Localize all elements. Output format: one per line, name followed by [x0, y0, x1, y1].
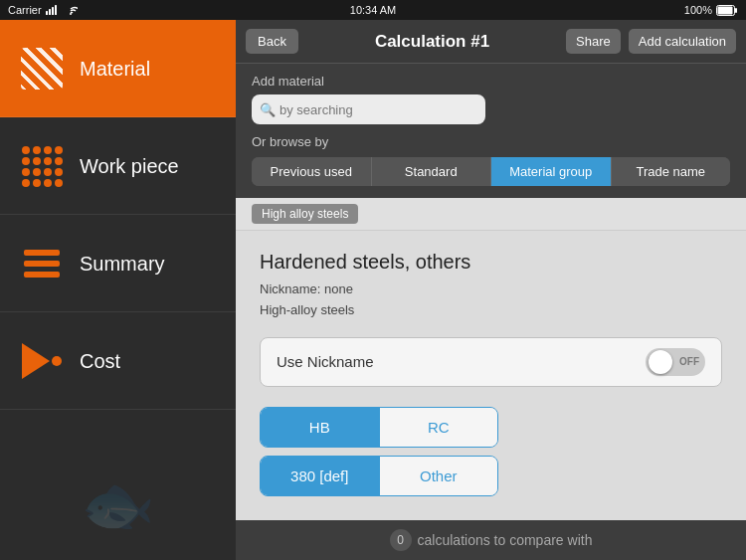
sidebar-item-label-workpiece: Work piece [80, 155, 179, 178]
status-time: 10:34 AM [350, 4, 396, 16]
navigation-bar: Back Calculation #1 Share Add calculatio… [236, 20, 746, 64]
comparison-label: calculations to compare with [418, 532, 593, 548]
status-left: Carrier [8, 4, 78, 16]
use-nickname-toggle[interactable]: OFF [646, 348, 705, 376]
search-input-wrap: 🔍 [252, 94, 730, 124]
sidebar: Material Work piece [0, 20, 236, 560]
tab-standard[interactable]: Standard [372, 157, 492, 186]
svg-point-4 [70, 13, 72, 15]
sidebar-item-label-summary: Summary [80, 253, 165, 276]
workpiece-icon [20, 144, 64, 188]
svg-rect-0 [46, 11, 48, 15]
segment-hb[interactable]: HB [261, 408, 379, 447]
hardness-segment: HB RC [260, 407, 498, 448]
status-right: 100% [684, 4, 738, 16]
sidebar-item-summary[interactable]: Summary [0, 215, 236, 312]
svg-rect-3 [55, 5, 57, 15]
segment-value-default[interactable]: 380 [def] [261, 457, 379, 495]
use-nickname-label: Use Nickname [277, 353, 374, 370]
use-nickname-row: Use Nickname OFF [260, 337, 722, 387]
breadcrumb[interactable]: High alloy steels [252, 204, 358, 224]
sidebar-item-label-material: Material [80, 58, 150, 81]
toggle-state: OFF [679, 356, 699, 367]
material-icon [20, 47, 64, 91]
cost-icon [20, 339, 64, 383]
material-meta: Nickname: none High-alloy steels [260, 280, 722, 321]
sidebar-item-cost[interactable]: Cost [0, 312, 236, 410]
signal-icon [46, 5, 60, 15]
comparison-count: 0 [390, 529, 412, 551]
page-title: Calculation #1 [375, 32, 489, 52]
breadcrumb-bar: High alloy steels [236, 198, 746, 231]
sidebar-item-material[interactable]: Material [0, 20, 236, 117]
back-button[interactable]: Back [246, 29, 298, 54]
wifi-icon [64, 4, 78, 16]
add-material-label: Add material [252, 74, 730, 89]
sidebar-item-workpiece[interactable]: Work piece [0, 117, 236, 215]
nav-actions: Share Add calculation [566, 29, 736, 54]
svg-rect-2 [52, 7, 54, 15]
segment-rc[interactable]: RC [379, 408, 498, 447]
material-title: Hardened steels, others [260, 251, 722, 274]
value-segment: 380 [def] Other [260, 456, 498, 496]
add-calculation-button[interactable]: Add calculation [629, 29, 736, 54]
svg-rect-6 [718, 6, 733, 14]
svg-rect-1 [49, 9, 51, 15]
segment-group: HB RC 380 [def] Other [260, 407, 498, 496]
material-category: High-alloy steels [260, 300, 722, 321]
segment-value-other[interactable]: Other [379, 457, 498, 495]
carrier-label: Carrier [8, 4, 42, 16]
sidebar-item-label-cost: Cost [80, 350, 120, 373]
search-icon: 🔍 [260, 102, 276, 117]
bottom-bar: 0 calculations to compare with [236, 520, 746, 560]
main-content: Back Calculation #1 Share Add calculatio… [236, 20, 746, 560]
search-input[interactable] [252, 94, 485, 124]
svg-rect-7 [735, 8, 737, 13]
tab-material-group[interactable]: Material group [491, 157, 612, 186]
browse-label: Or browse by [252, 134, 730, 149]
toggle-knob [649, 350, 672, 374]
fish-watermark: 🐟 [81, 469, 155, 540]
detail-panel: Hardened steels, others Nickname: none H… [236, 231, 746, 520]
status-bar: Carrier 10:34 AM 100% [0, 0, 746, 20]
tab-trade-name[interactable]: Trade name [612, 157, 731, 186]
tab-bar: Previous used Standard Material group Tr… [252, 157, 730, 186]
battery-label: 100% [684, 4, 712, 16]
material-nickname: Nickname: none [260, 280, 722, 300]
battery-icon [716, 5, 738, 16]
content-header: Add material 🔍 Or browse by Previous use… [236, 64, 746, 198]
share-button[interactable]: Share [566, 29, 621, 54]
tab-previous-used[interactable]: Previous used [252, 157, 372, 186]
summary-icon [20, 242, 64, 285]
app-container: Material Work piece [0, 20, 746, 560]
